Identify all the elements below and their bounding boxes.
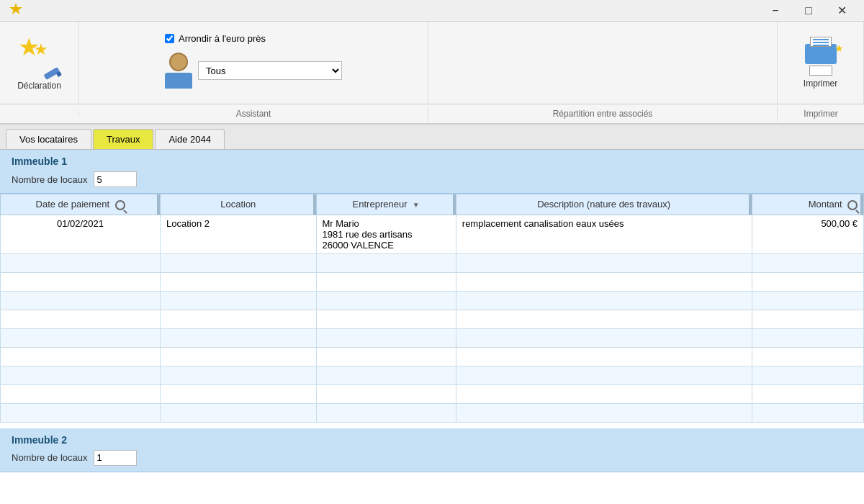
title-bar: − □ ✕ bbox=[0, 0, 864, 22]
declaration-label: Déclaration bbox=[17, 81, 61, 91]
arrondir-label: Arrondir à l'euro près bbox=[179, 33, 266, 44]
app-icon bbox=[9, 2, 23, 19]
tab-bar: Vos locataires Travaux Aide 2044 bbox=[0, 125, 864, 150]
printer-body bbox=[805, 44, 837, 64]
cell-montant: 500,00 € bbox=[752, 215, 863, 253]
col-resize-description[interactable] bbox=[749, 194, 752, 215]
declaration-icon: ★ ★ bbox=[18, 35, 61, 78]
immeuble1-title: Immeuble 1 bbox=[12, 156, 852, 167]
person-dropdown: Tous Option 1 Option 2 bbox=[165, 53, 342, 89]
svg-marker-0 bbox=[9, 3, 22, 14]
table-row bbox=[1, 384, 864, 403]
cell-date: 01/02/2021 bbox=[1, 215, 161, 253]
avatar-body bbox=[165, 73, 192, 89]
tab-aide[interactable]: Aide 2044 bbox=[155, 129, 225, 149]
col-header-location: Location bbox=[161, 194, 316, 215]
immeuble2-title: Immeuble 2 bbox=[12, 434, 852, 446]
maximize-button[interactable]: □ bbox=[792, 0, 825, 22]
immeuble1-table: Date de paiement Location Entrepreneur ▼ bbox=[0, 194, 864, 423]
table-row bbox=[1, 366, 864, 384]
table-row bbox=[1, 403, 864, 422]
cell-entrepreneur: Mr Mario1981 rue des artisans26000 VALEN… bbox=[316, 215, 456, 253]
col-resize-location[interactable] bbox=[313, 194, 316, 215]
checkbox-row: Arrondir à l'euro près bbox=[165, 33, 342, 44]
tous-dropdown[interactable]: Tous Option 1 Option 2 bbox=[198, 61, 342, 80]
search-date-icon[interactable] bbox=[115, 200, 125, 210]
table-row bbox=[1, 272, 864, 291]
tab-locataires[interactable]: Vos locataires bbox=[6, 129, 91, 149]
col-resize-date[interactable] bbox=[157, 194, 160, 215]
immeuble2-header: Immeuble 2 Nombre de locaux bbox=[0, 428, 864, 472]
immeuble2-locaux-row: Nombre de locaux bbox=[12, 450, 852, 466]
table-row bbox=[1, 347, 864, 366]
immeuble1-locaux-label: Nombre de locaux bbox=[12, 174, 88, 185]
repartition-section bbox=[428, 22, 778, 104]
star-small-icon: ★ bbox=[34, 42, 48, 58]
table-row bbox=[1, 291, 864, 310]
table-row bbox=[1, 310, 864, 328]
immeuble1-tbody: 01/02/2021 Location 2 Mr Mario1981 rue d… bbox=[1, 215, 864, 422]
immeuble1-locaux-row: Nombre de locaux bbox=[12, 171, 852, 187]
main-content: Immeuble 1 Nombre de locaux Date de paie… bbox=[0, 150, 864, 504]
ribbon-label-assistant: Assistant bbox=[79, 106, 428, 122]
printer-star-icon: ★ bbox=[834, 42, 844, 54]
ribbon-bottom-labels: Assistant Répartition entre associés Imp… bbox=[0, 104, 864, 125]
cell-location: Location 2 bbox=[161, 215, 316, 253]
cell-description: remplacement canalisation eaux usées bbox=[456, 215, 752, 253]
imprimer-button[interactable]: ★ Imprimer bbox=[778, 22, 864, 104]
col-resize-entrepreneur[interactable] bbox=[453, 194, 456, 215]
table-row: 01/02/2021 Location 2 Mr Mario1981 rue d… bbox=[1, 215, 864, 253]
col-header-description: Description (nature des travaux) bbox=[456, 194, 752, 215]
person-avatar bbox=[165, 53, 192, 89]
col-header-entrepreneur: Entrepreneur ▼ bbox=[316, 194, 456, 215]
avatar-head bbox=[169, 53, 188, 71]
ribbon: ★ ★ Déclaration Arrondir à l'euro près bbox=[0, 22, 864, 104]
table-header-row: Date de paiement Location Entrepreneur ▼ bbox=[1, 194, 864, 215]
ribbon-label-repartition: Répartition entre associés bbox=[428, 106, 778, 122]
table-row bbox=[1, 328, 864, 347]
assistant-section: Arrondir à l'euro près Tous Option 1 Opt… bbox=[79, 22, 428, 104]
table-row bbox=[1, 253, 864, 272]
declaration-button[interactable]: ★ ★ Déclaration bbox=[0, 22, 79, 104]
immeuble1-locaux-input[interactable] bbox=[94, 171, 137, 187]
search-montant-icon[interactable] bbox=[847, 200, 858, 210]
printer-paper-top bbox=[810, 37, 832, 47]
window-controls: − □ ✕ bbox=[759, 0, 858, 22]
filter-entrepreneur-icon[interactable]: ▼ bbox=[413, 201, 420, 209]
printer-paper-bottom bbox=[809, 66, 832, 76]
immeuble1-header: Immeuble 1 Nombre de locaux bbox=[0, 150, 864, 194]
col-header-date: Date de paiement bbox=[1, 194, 161, 215]
col-header-montant: Montant bbox=[752, 194, 863, 215]
close-button[interactable]: ✕ bbox=[825, 0, 858, 22]
ribbon-label-imprimer: Imprimer bbox=[778, 106, 864, 122]
immeuble2-locaux-label: Nombre de locaux bbox=[12, 452, 88, 463]
imprimer-label: Imprimer bbox=[804, 78, 837, 89]
immeuble2-locaux-input[interactable] bbox=[94, 450, 137, 466]
ribbon-label-declaration bbox=[0, 111, 79, 117]
printer-icon: ★ bbox=[801, 37, 841, 76]
immeuble1-table-wrapper: Date de paiement Location Entrepreneur ▼ bbox=[0, 194, 864, 423]
col-resize-montant[interactable] bbox=[860, 194, 863, 215]
pen-tip-icon bbox=[55, 71, 61, 77]
minimize-button[interactable]: − bbox=[759, 0, 792, 22]
tab-travaux[interactable]: Travaux bbox=[93, 129, 153, 149]
arrondir-checkbox[interactable] bbox=[165, 34, 174, 43]
